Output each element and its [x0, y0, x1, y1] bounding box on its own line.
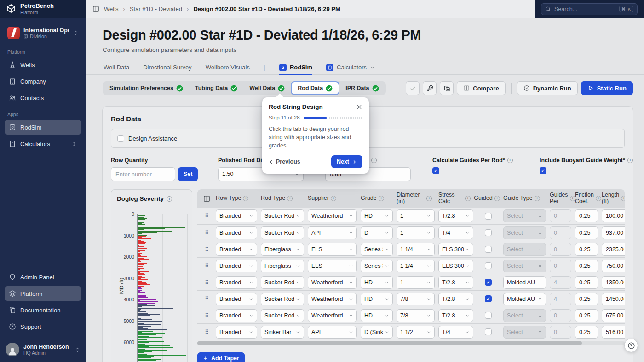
grade-select[interactable]: HD [361, 209, 393, 222]
scrollbar-thumb[interactable] [197, 341, 582, 345]
length-input[interactable] [602, 326, 625, 339]
row-quantity-input[interactable] [111, 167, 175, 181]
grade-select[interactable]: HD [361, 309, 393, 322]
rod-type-select[interactable]: Sucker Rod [261, 276, 304, 289]
friction-coef-input[interactable] [575, 309, 598, 322]
diameter-select[interactable]: 1 [397, 209, 435, 222]
tab-wellbore-visuals[interactable]: Wellbore Visuals [206, 60, 250, 75]
grade-select[interactable]: Series 300 [361, 243, 393, 256]
drag-handle-icon[interactable]: ⠿ [205, 329, 208, 335]
org-selector[interactable]: International Operatio Division [5, 24, 81, 42]
friction-coef-input[interactable] [575, 243, 598, 256]
supplier-select[interactable]: ELS [308, 243, 357, 256]
guides-per-input[interactable] [550, 226, 571, 239]
info-icon[interactable]: i [535, 196, 540, 201]
next-button[interactable]: Next [331, 155, 362, 168]
drag-handle-icon[interactable]: ⠿ [205, 213, 208, 219]
diameter-select[interactable]: 1 1/4 [397, 260, 435, 272]
supplier-select[interactable]: ELS [308, 260, 357, 272]
rod-type-select[interactable]: Sinker Bar [261, 326, 304, 339]
sidebar-item-support[interactable]: Support [5, 319, 81, 334]
supplier-select[interactable]: Weatherford [308, 293, 357, 305]
rod-type-select[interactable]: Sucker Rod [261, 309, 304, 322]
sidebar-item-calculators[interactable]: Calculators [5, 136, 81, 151]
info-icon[interactable]: i [371, 158, 377, 163]
buoyant-guide-checkbox[interactable] [540, 167, 546, 174]
info-icon[interactable]: i [621, 196, 625, 201]
user-menu[interactable]: John Henderson HQ Admin [0, 338, 86, 362]
supplier-select[interactable]: API [308, 226, 357, 239]
info-icon[interactable]: i [596, 196, 601, 201]
rod-type-select[interactable]: Sucker Rod [261, 209, 304, 222]
friction-coef-input[interactable] [575, 226, 598, 239]
step-tab-rod-data[interactable]: Rod Data [291, 81, 339, 95]
grade-select[interactable]: Series 300 [361, 260, 393, 272]
breadcrumb-well[interactable]: Star #1D - Deviated [130, 6, 182, 12]
guided-checkbox[interactable] [485, 279, 492, 286]
design-assistance-checkbox[interactable] [117, 135, 124, 142]
info-icon[interactable]: i [494, 196, 500, 201]
drag-handle-icon[interactable]: ⠿ [205, 296, 208, 302]
sidebar-item-contacts[interactable]: Contacts [5, 90, 81, 105]
static-run-button[interactable]: Static Run [581, 81, 633, 95]
info-icon[interactable]: i [331, 196, 336, 201]
calc-guides-checkbox[interactable] [432, 167, 439, 174]
length-input[interactable] [602, 209, 625, 222]
row-type-select[interactable]: Branded [216, 226, 257, 239]
guides-per-input[interactable] [550, 209, 571, 222]
sidebar-item-wells[interactable]: Wells [5, 57, 81, 72]
guide-type-select[interactable]: Select [503, 309, 546, 322]
supplier-select[interactable]: API [308, 326, 357, 339]
row-type-select[interactable]: Branded [216, 276, 257, 289]
close-icon[interactable] [356, 104, 362, 110]
sidebar-toggle-icon[interactable] [92, 6, 99, 12]
step-tab-ipr-data[interactable]: IPR Data [339, 82, 385, 94]
tab-rodsim[interactable]: RodSim [279, 60, 312, 75]
row-type-select[interactable]: Branded [216, 209, 257, 222]
rod-type-select[interactable]: Fiberglass [261, 260, 304, 272]
sidebar-item-documentation[interactable]: Documentation [5, 303, 81, 317]
tab-well-data[interactable]: Well Data [104, 60, 129, 75]
grade-select[interactable]: HD [361, 276, 393, 289]
drag-handle-icon[interactable]: ⠿ [205, 263, 208, 269]
help-button[interactable] [624, 339, 638, 352]
sidebar-item-platform[interactable]: Platform [5, 286, 81, 301]
grade-select[interactable]: D [361, 226, 393, 239]
guided-checkbox[interactable] [485, 295, 492, 302]
guides-per-input[interactable] [550, 243, 571, 256]
stress-calc-select[interactable]: ELS 300 [438, 260, 473, 272]
guide-type-select[interactable]: Molded AU [503, 276, 546, 289]
diameter-select[interactable]: 1 1/2 [397, 326, 435, 339]
stress-calc-select[interactable]: T/2.8 [438, 309, 473, 322]
grade-select[interactable]: HD [361, 293, 393, 305]
drag-handle-icon[interactable]: ⠿ [205, 230, 208, 236]
guided-checkbox[interactable] [485, 328, 492, 335]
supplier-select[interactable]: Weatherford [308, 276, 357, 289]
info-icon[interactable]: i [243, 196, 248, 201]
set-button[interactable]: Set [178, 167, 198, 181]
friction-coef-input[interactable] [575, 276, 598, 289]
supplier-select[interactable]: Weatherford [308, 209, 357, 222]
length-input[interactable] [602, 276, 625, 289]
info-icon[interactable]: i [507, 158, 513, 163]
validate-button[interactable] [406, 81, 420, 95]
sidebar-item-company[interactable]: Company [5, 74, 81, 89]
guided-checkbox[interactable] [485, 262, 492, 269]
length-input[interactable] [602, 243, 625, 256]
guided-checkbox[interactable] [485, 229, 492, 236]
info-icon[interactable]: i [379, 196, 384, 201]
guide-type-select[interactable]: Molded AU [503, 293, 546, 305]
dynamic-run-button[interactable]: Dynamic Run [517, 81, 578, 95]
tab-directional-survey[interactable]: Directional Survey [143, 60, 192, 75]
add-taper-button[interactable]: Add Taper [197, 352, 245, 362]
info-icon[interactable]: i [627, 158, 633, 163]
step-tab-tubing-data[interactable]: Tubing Data [189, 82, 243, 94]
guided-checkbox[interactable] [485, 246, 492, 253]
previous-button[interactable]: Previous [269, 158, 300, 165]
friction-coef-input[interactable] [575, 293, 598, 305]
guides-per-input[interactable] [550, 309, 571, 322]
stress-calc-select[interactable]: T/4 [438, 326, 473, 339]
guide-type-select[interactable]: Select [503, 243, 546, 256]
drag-handle-icon[interactable]: ⠿ [205, 279, 208, 286]
rod-type-select[interactable]: Sucker Rod [261, 293, 304, 305]
